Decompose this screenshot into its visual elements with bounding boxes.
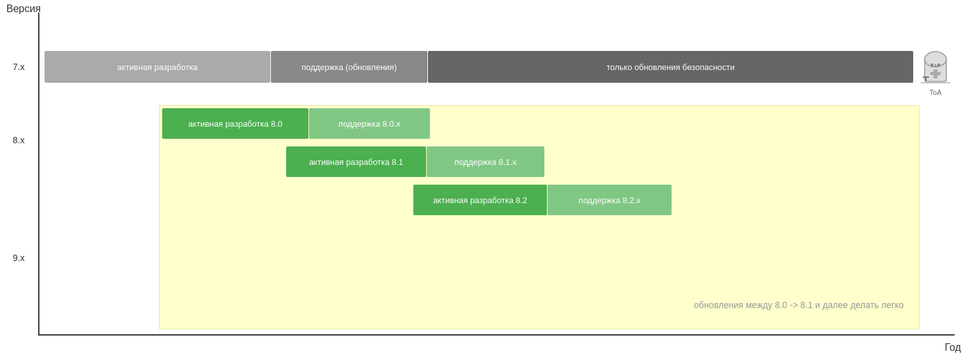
x-axis-label: Год bbox=[945, 342, 961, 353]
chart-area: Версия Год 7.x 8.x 9.x активная разработ… bbox=[38, 13, 955, 336]
svg-text:R.I.P: R.I.P bbox=[930, 63, 941, 67]
version-label-9x: 9.x bbox=[13, 253, 25, 263]
y-axis bbox=[38, 13, 39, 336]
update-note: обновления между 8.0 -> 8.1 и далее дела… bbox=[694, 300, 904, 310]
rip-svg: R.I.P bbox=[920, 46, 951, 85]
bar-7x-security: только обновления безопасности bbox=[428, 51, 913, 83]
row-7x: активная разработка поддержка (обновлени… bbox=[45, 51, 913, 83]
x-axis bbox=[38, 334, 955, 336]
row-8-1: активная разработка 8.1 поддержка 8.1.x bbox=[286, 146, 544, 177]
version-label-7x: 7.x bbox=[13, 62, 25, 72]
bar-8-2-active: активная разработка 8.2 bbox=[413, 185, 547, 215]
row-8-0: активная разработка 8.0 поддержка 8.0.x bbox=[162, 108, 430, 139]
bar-7x-support: поддержка (обновления) bbox=[271, 51, 427, 83]
bar-7x-active: активная разработка bbox=[45, 51, 270, 83]
y-axis-label: Версия bbox=[6, 3, 41, 15]
bar-8-1-active: активная разработка 8.1 bbox=[286, 146, 426, 177]
row-8-2: активная разработка 8.2 поддержка 8.2.x bbox=[413, 185, 672, 215]
version-label-8x: 8.x bbox=[13, 135, 25, 145]
bar-8-0-active: активная разработка 8.0 bbox=[162, 108, 308, 139]
rip-label: ToA bbox=[920, 88, 951, 96]
svg-rect-4 bbox=[930, 72, 941, 75]
bar-8-1-support: поддержка 8.1.x bbox=[427, 146, 544, 177]
bar-8-2-support: поддержка 8.2.x bbox=[548, 185, 672, 215]
bar-8-0-support: поддержка 8.0.x bbox=[309, 108, 430, 139]
rip-icon: R.I.P ToA bbox=[920, 46, 951, 81]
